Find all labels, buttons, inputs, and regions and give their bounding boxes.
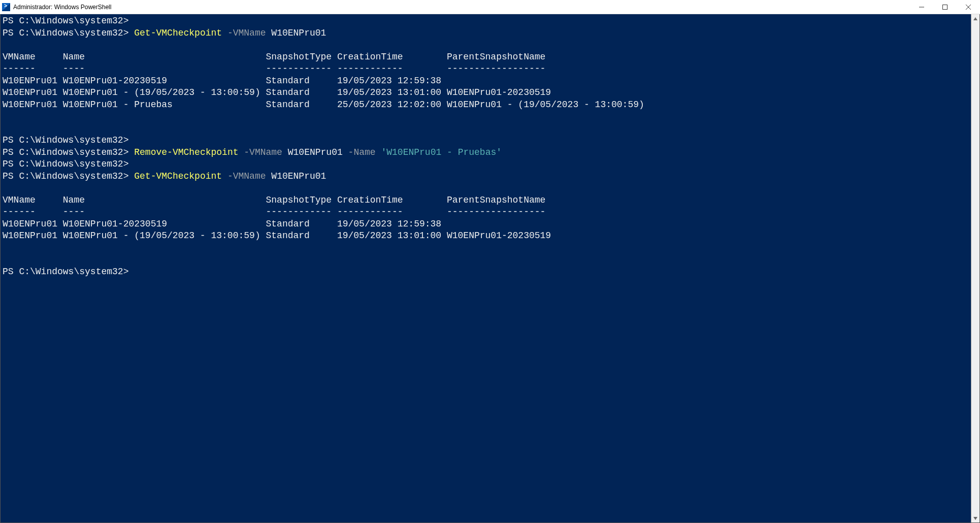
scroll-down-button[interactable] [971, 514, 979, 522]
window-title: Administrador: Windows PowerShell [13, 4, 910, 11]
maximize-button[interactable] [933, 0, 957, 14]
terminal-output[interactable]: PS C:\Windows\system32> PS C:\Windows\sy… [1, 14, 971, 522]
svg-marker-5 [973, 517, 977, 520]
svg-rect-1 [943, 5, 948, 9]
titlebar: Administrador: Windows PowerShell [0, 0, 980, 14]
powershell-icon [2, 3, 10, 11]
vertical-scrollbar[interactable] [971, 14, 979, 522]
minimize-button[interactable] [910, 0, 933, 14]
window-controls [910, 0, 980, 14]
scrollbar-track[interactable] [971, 23, 979, 514]
console-area: PS C:\Windows\system32> PS C:\Windows\sy… [0, 14, 980, 523]
scroll-up-button[interactable] [971, 14, 979, 23]
svg-marker-4 [973, 17, 977, 20]
close-button[interactable] [957, 0, 980, 14]
